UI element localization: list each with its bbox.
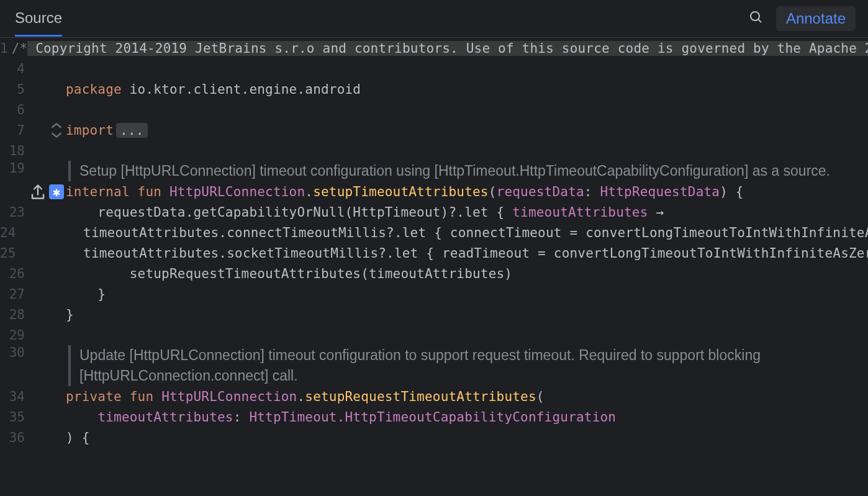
colon: :	[584, 184, 600, 199]
colon: :	[233, 410, 250, 425]
line-number: 36	[0, 430, 29, 445]
code-line[interactable]: 24 timeoutAttributes.connectTimeoutMilli…	[0, 222, 868, 243]
annotate-button[interactable]: Annotate	[776, 6, 856, 31]
code-line[interactable]: 28 }	[0, 304, 868, 325]
tab-source[interactable]: Source	[15, 1, 62, 37]
svg-point-0	[751, 12, 759, 20]
keyword-fun: fun	[138, 184, 162, 199]
line-number: 24	[0, 225, 19, 240]
code-line[interactable]: 29	[0, 325, 868, 345]
code-line[interactable]: 5 package io.ktor.client.engine.android	[0, 79, 868, 99]
line-number: 5	[0, 82, 29, 97]
line-number: 29	[0, 328, 29, 343]
kdoc-block[interactable]: 30 Update [HttpURLConnection] timeout co…	[0, 345, 868, 386]
export-icon[interactable]	[29, 183, 47, 201]
bookmark-star-icon[interactable]: ✱	[49, 184, 64, 199]
line-number: 34	[0, 389, 29, 404]
keyword-import: import	[66, 123, 114, 138]
param-type: HttpRequestData	[600, 184, 720, 199]
line-number: 27	[0, 287, 29, 302]
kdoc-text: Update [HttpURLConnection] timeout confi…	[79, 345, 851, 386]
dot: .	[297, 389, 305, 404]
line-number: 26	[0, 266, 29, 281]
code-text: }	[66, 287, 106, 302]
code-line[interactable]: 1 /* Copyright 2014-2019 JetBrains s.r.o…	[0, 38, 868, 58]
code-line[interactable]: 27 }	[0, 284, 868, 304]
paren-open: (	[489, 184, 497, 199]
line-number: 6	[0, 102, 29, 117]
line-number: 23	[0, 205, 29, 220]
receiver-type: HttpURLConnection	[170, 184, 305, 199]
receiver-type: HttpURLConnection	[161, 389, 297, 404]
paren-open: (	[536, 389, 545, 404]
function-name: setupRequestTimeoutAttributes	[305, 389, 536, 404]
code-line[interactable]: 7 import...	[0, 120, 868, 140]
dot: .	[305, 184, 313, 199]
folded-imports[interactable]: ...	[116, 123, 148, 138]
code-line[interactable]: 25 timeoutAttributes.socketTimeoutMillis…	[0, 243, 868, 263]
line-number: 28	[0, 307, 29, 322]
code-line[interactable]: 6	[0, 99, 868, 120]
keyword-private: private	[66, 389, 122, 404]
param-type: HttpTimeout.HttpTimeoutCapabilityConfigu…	[249, 410, 616, 425]
line-number: 18	[0, 143, 29, 158]
line-number: 4	[0, 61, 29, 76]
code-line[interactable]: 23 requestData.getCapabilityOrNull(HttpT…	[0, 202, 868, 222]
code-line[interactable]: 18	[0, 140, 868, 161]
code-text: setupRequestTimeoutAttributes(timeoutAtt…	[66, 266, 512, 281]
code-line[interactable]: 4	[0, 58, 868, 79]
editor-top-bar: Source Annotate	[0, 0, 868, 37]
param-name: requestData	[497, 184, 584, 199]
code-text: timeoutAttributes.connectTimeoutMillis?.…	[19, 225, 868, 240]
line-number: 1	[0, 41, 12, 56]
copyright-text: Copyright 2014-2019 JetBrains s.r.o and …	[27, 41, 868, 56]
code-line[interactable]: ✱ internal fun HttpURLConnection.setupTi…	[0, 181, 868, 202]
kdoc-block[interactable]: 19 Setup [HttpURLConnection] timeout con…	[0, 161, 868, 181]
line-number: 30	[0, 345, 29, 360]
top-bar-controls: Annotate	[749, 6, 856, 31]
code-line[interactable]: 34 private fun HttpURLConnection.setupRe…	[0, 386, 868, 407]
keyword-package: package	[66, 82, 122, 97]
package-path: io.ktor.client.engine.android	[122, 82, 361, 97]
comment-start: /*	[12, 41, 28, 56]
kdoc-text: Setup [HttpURLConnection] timeout config…	[79, 161, 830, 181]
lambda-param: timeoutAttributes	[512, 205, 648, 220]
keyword-internal: internal	[66, 184, 130, 199]
arrow: →	[648, 205, 664, 220]
fold-arrows-icon[interactable]	[47, 121, 66, 140]
param-name: timeoutAttributes	[97, 410, 233, 425]
line-number: 7	[0, 123, 29, 138]
paren-close-brace: ) {	[720, 184, 744, 199]
code-line[interactable]: 36 ) {	[0, 427, 868, 448]
line-number: 25	[0, 246, 19, 261]
code-line[interactable]: 26 setupRequestTimeoutAttributes(timeout…	[0, 263, 868, 284]
search-icon[interactable]	[749, 10, 764, 27]
keyword-fun: fun	[130, 389, 154, 404]
line-number: 35	[0, 410, 29, 425]
code-text: ) {	[66, 430, 90, 445]
svg-line-1	[758, 19, 761, 22]
code-text: }	[66, 307, 74, 322]
code-text: timeoutAttributes.socketTimeoutMillis?.l…	[19, 246, 868, 261]
code-text: requestData.getCapabilityOrNull(HttpTime…	[66, 205, 512, 220]
code-editor[interactable]: 1 /* Copyright 2014-2019 JetBrains s.r.o…	[0, 38, 868, 496]
function-name: setupTimeoutAttributes	[313, 184, 489, 199]
line-number: 19	[0, 161, 29, 176]
code-line[interactable]: 35 timeoutAttributes: HttpTimeout.HttpTi…	[0, 407, 868, 427]
